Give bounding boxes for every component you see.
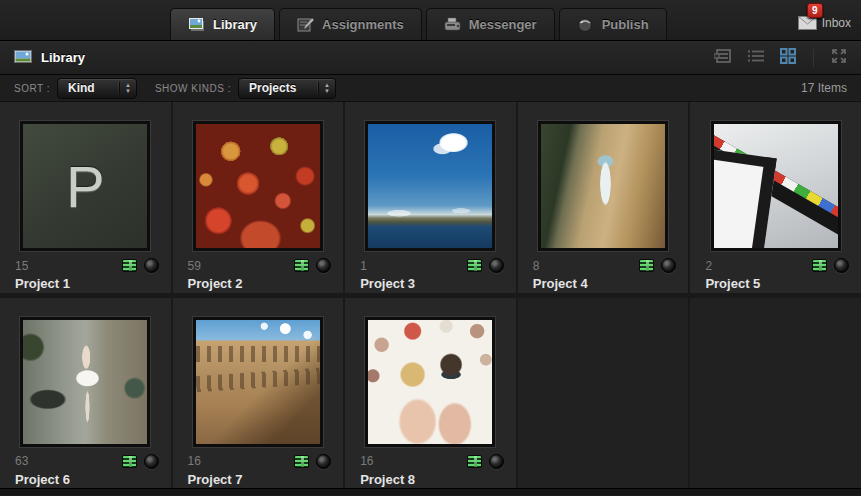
project-thumbnail[interactable]: P: [20, 121, 150, 251]
project-thumbnail[interactable]: [538, 121, 668, 251]
project-name: Project 1: [15, 276, 159, 291]
lens-icon: [661, 258, 676, 273]
lens-icon: [144, 454, 159, 469]
project-thumbnail[interactable]: [365, 317, 495, 447]
tab-messenger[interactable]: Messenger: [426, 8, 555, 40]
sort-dropdown[interactable]: Kind ▲▼: [57, 78, 137, 99]
media-stack-icon: [467, 455, 482, 468]
empty-cell: [518, 298, 689, 489]
window-bottom-edge: [0, 488, 861, 495]
show-kinds-value: Projects: [249, 81, 311, 95]
show-kinds-dropdown[interactable]: Projects ▲▼: [238, 78, 336, 99]
project-card[interactable]: 8 Project 4: [518, 102, 689, 293]
placeholder-letter: P: [66, 153, 105, 220]
lens-icon: [489, 454, 504, 469]
item-count: 63: [15, 454, 28, 468]
stepper-arrows-icon: ▲▼: [119, 82, 131, 94]
tab-label: Messenger: [469, 17, 537, 32]
item-count: 16: [188, 454, 201, 468]
item-count: 16: [360, 454, 373, 468]
project-name: Project 2: [188, 276, 332, 291]
project-name: Project 8: [360, 472, 504, 487]
item-count: 59: [188, 259, 201, 273]
tab-label: Publish: [602, 17, 649, 32]
project-grid: P 15 Project 1 59 Project 2 1 Project 3 …: [0, 102, 861, 488]
project-card[interactable]: 16 Project 7: [173, 298, 344, 489]
media-stack-icon: [467, 259, 482, 272]
project-name: Project 6: [15, 472, 159, 487]
project-card[interactable]: 63 Project 6: [0, 298, 171, 489]
fax-icon: [444, 17, 461, 32]
tab-publish[interactable]: Publish: [559, 8, 667, 40]
project-name: Project 3: [360, 276, 504, 291]
clipboard-pencil-icon: [297, 17, 314, 32]
project-thumbnail[interactable]: [711, 121, 841, 251]
lens-icon: [144, 258, 159, 273]
items-count: 17 Items: [801, 81, 847, 95]
grid-view-icon[interactable]: [780, 48, 796, 68]
project-name: Project 4: [533, 276, 677, 291]
tab-assignments[interactable]: Assignments: [279, 8, 422, 40]
lens-icon: [834, 258, 849, 273]
project-name: Project 5: [705, 276, 849, 291]
project-thumbnail[interactable]: [193, 121, 323, 251]
project-name: Project 7: [188, 472, 332, 487]
media-stack-icon: [122, 259, 137, 272]
project-thumbnail[interactable]: [20, 317, 150, 447]
lens-icon: [489, 258, 504, 273]
media-stack-icon: [294, 455, 309, 468]
envelope-icon: 9: [798, 16, 817, 30]
detail-view-icon[interactable]: [714, 48, 732, 68]
item-count: 8: [533, 259, 540, 273]
project-card[interactable]: 16 Project 8: [345, 298, 516, 489]
inbox-label: Inbox: [822, 16, 851, 30]
inbox-badge: 9: [807, 3, 823, 18]
show-kinds-label: SHOW KINDS :: [155, 83, 231, 94]
sort-toolbar: SORT : Kind ▲▼ SHOW KINDS : Projects ▲▼ …: [0, 75, 861, 102]
photo-icon: [14, 49, 32, 67]
project-card[interactable]: 1 Project 3: [345, 102, 516, 293]
inbox-button[interactable]: 9 Inbox: [798, 16, 851, 30]
item-count: 1: [360, 259, 367, 273]
project-card[interactable]: P 15 Project 1: [0, 102, 171, 293]
item-count: 2: [705, 259, 712, 273]
project-card[interactable]: 59 Project 2: [173, 102, 344, 293]
media-stack-icon: [812, 259, 827, 272]
project-thumbnail[interactable]: [193, 317, 323, 447]
top-tab-bar: Library Assignments Messenger Publish 9 …: [0, 0, 861, 41]
item-count: 15: [15, 259, 28, 273]
media-stack-icon: [294, 259, 309, 272]
divider: [813, 49, 814, 67]
list-view-icon[interactable]: [747, 49, 765, 67]
lens-icon: [316, 258, 331, 273]
section-header: Library: [0, 41, 861, 75]
media-stack-icon: [639, 259, 654, 272]
media-stack-icon: [122, 455, 137, 468]
globe-icon: [577, 17, 594, 32]
photo-stack-icon: [188, 17, 205, 32]
empty-cell: [690, 298, 861, 489]
tab-library[interactable]: Library: [170, 8, 275, 40]
sort-label: SORT :: [14, 83, 50, 94]
page-title: Library: [41, 50, 85, 65]
stepper-arrows-icon: ▲▼: [318, 82, 330, 94]
lens-icon: [316, 454, 331, 469]
project-card[interactable]: 2 Project 5: [690, 102, 861, 293]
tab-label: Library: [213, 17, 257, 32]
fullscreen-icon[interactable]: [831, 48, 847, 68]
sort-value: Kind: [68, 81, 112, 95]
tab-label: Assignments: [322, 17, 404, 32]
project-thumbnail[interactable]: [365, 121, 495, 251]
